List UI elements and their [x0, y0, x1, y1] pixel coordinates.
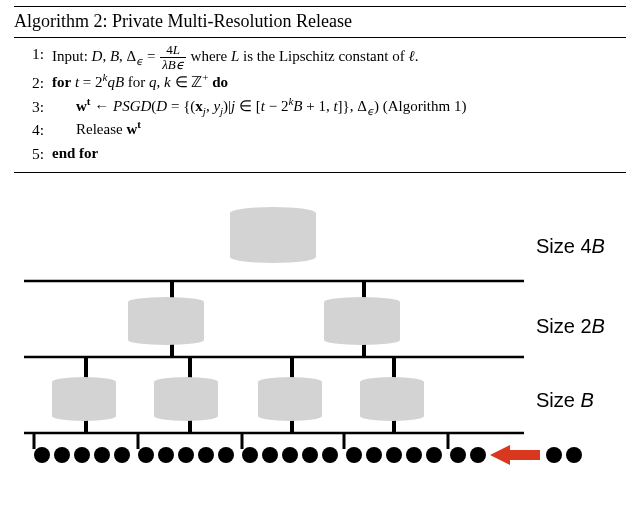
svg-point-32 [566, 447, 582, 463]
svg-point-9 [34, 447, 50, 463]
row-label-b: Size B [536, 389, 594, 411]
svg-point-25 [366, 447, 382, 463]
svg-point-27 [406, 447, 422, 463]
svg-point-16 [178, 447, 194, 463]
arrow-icon [490, 445, 540, 465]
svg-point-29 [450, 447, 466, 463]
algo-line-3: 3: wt ← PSGD(D = {(xj, yj)|j ∈ [t − 2kB … [14, 96, 626, 118]
svg-point-26 [386, 447, 402, 463]
row-label-4b: Size 4B [536, 235, 605, 257]
algorithm-title: Algorithm 2: Private Multi-Resolution Re… [14, 6, 626, 38]
figure-svg: Size 4B Size 2B Size B [24, 193, 616, 483]
svg-point-14 [138, 447, 154, 463]
cylinder-icon [128, 297, 204, 345]
svg-point-13 [114, 447, 130, 463]
cylinder-icon [52, 377, 116, 421]
svg-point-23 [322, 447, 338, 463]
cylinder-icon [360, 377, 424, 421]
svg-marker-33 [490, 445, 510, 465]
algorithm-body: 1: Input: D, B, Δϵ = 4L λBϵ where L is t… [14, 38, 626, 173]
svg-point-31 [546, 447, 562, 463]
algorithm-block: Algorithm 2: Private Multi-Resolution Re… [0, 0, 640, 175]
algo-line-2: 2: for t = 2kqB for q, k ∈ ℤ+ do [14, 72, 626, 94]
svg-point-28 [426, 447, 442, 463]
svg-point-10 [54, 447, 70, 463]
svg-point-22 [302, 447, 318, 463]
svg-rect-34 [510, 450, 540, 460]
svg-point-15 [158, 447, 174, 463]
row-label-2b: Size 2B [536, 315, 605, 337]
cylinder-icon [324, 297, 400, 345]
cylinder-icon [258, 377, 322, 421]
svg-point-12 [94, 447, 110, 463]
svg-point-30 [470, 447, 486, 463]
algo-line-4: 4: Release wt [14, 119, 626, 141]
svg-point-17 [198, 447, 214, 463]
svg-point-20 [262, 447, 278, 463]
algo-line-5: 5: end for [14, 143, 626, 165]
svg-point-19 [242, 447, 258, 463]
cylinder-icon [230, 207, 316, 263]
svg-point-18 [218, 447, 234, 463]
figure: Size 4B Size 2B Size B [0, 175, 640, 487]
svg-point-11 [74, 447, 90, 463]
svg-point-24 [346, 447, 362, 463]
svg-point-21 [282, 447, 298, 463]
cylinder-icon [154, 377, 218, 421]
algo-line-1: 1: Input: D, B, Δϵ = 4L λBϵ where L is t… [14, 43, 626, 71]
